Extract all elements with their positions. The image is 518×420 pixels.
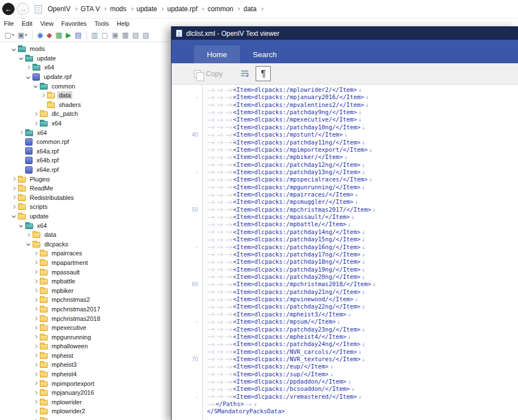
- code-line[interactable]: <Item>dlcpacks:/mpassault/</Item>↓: [207, 213, 518, 221]
- tree-item-mpexecutive[interactable]: mpexecutive: [0, 323, 170, 333]
- code-line[interactable]: </SMandatoryPacksData>: [207, 408, 518, 415]
- code-line[interactable]: <Item>dlcpacks:/mpstunt/</Item>↓: [207, 131, 518, 138]
- tree-item-x64b-rpf[interactable]: x64b.rpf: [0, 156, 170, 165]
- tree-item-common[interactable]: common: [0, 81, 170, 91]
- code-line[interactable]: <Item>dlcpacks:/mpexecutive/</Item>↓: [207, 116, 518, 123]
- table-green-icon[interactable]: ▦: [54, 30, 64, 41]
- world-icon[interactable]: ◉: [35, 30, 45, 41]
- code-line[interactable]: <Item>dlcpacks:/patchday9ng/</Item>↓: [207, 109, 518, 116]
- tree-item-mpbiker[interactable]: mpbiker: [0, 286, 170, 295]
- code-line[interactable]: <Item>dlcpacks:/mpbiker/</Item>↓: [207, 153, 518, 161]
- tree-item-x64[interactable]: x64: [0, 63, 170, 72]
- code-line[interactable]: <Item>dlcpacks:/patchday13ng/</Item>↓: [207, 169, 518, 176]
- collapsed-chevron-icon[interactable]: [17, 131, 24, 134]
- grid-icon[interactable]: ▦: [120, 30, 130, 41]
- tree-item-update[interactable]: update: [0, 54, 170, 63]
- code-line[interactable]: <Item>dlcpacks:/ppdaddon/</Item>↓: [207, 378, 518, 385]
- code-line[interactable]: <Item>dlcpacks:/sup/</Item>↓: [207, 371, 518, 378]
- collapsed-chevron-icon[interactable]: [39, 94, 46, 97]
- code-line[interactable]: <Item>dlcpacks:/mpheist3/</Item>↓: [207, 311, 518, 318]
- code-line[interactable]: <Item>dlcpacks:/mpvinewood/</Item>↓: [207, 296, 518, 303]
- archive-blue-icon[interactable]: ▤: [73, 30, 83, 41]
- code-line[interactable]: </Paths>↓: [207, 400, 518, 408]
- code-area[interactable]: <Item>dlcpacks:/mplowrider2/</Item>↓<Ite…: [203, 85, 518, 420]
- code-line[interactable]: <Item>dlcpacks:/mpairraces/</Item>↓: [207, 191, 518, 198]
- code-line[interactable]: <Item>dlcpacks:/patchday10ng/</Item>↓: [207, 124, 518, 131]
- tree-item-mpbattle[interactable]: mpbattle: [0, 277, 170, 286]
- tree-item-scripts[interactable]: scripts: [0, 202, 170, 212]
- back-button[interactable]: ←: [2, 3, 15, 15]
- tree-item-data[interactable]: data: [0, 230, 170, 240]
- tree-item-data[interactable]: data: [0, 91, 170, 100]
- tree-item-mpchristmas2018[interactable]: mpchristmas2018: [0, 314, 170, 323]
- code-line[interactable]: <Item>dlcpacks:/mplowrider2/</Item>↓: [207, 86, 518, 94]
- code-line[interactable]: <Item>dlcpacks:/patchday21ng/</Item>↓: [207, 288, 518, 296]
- code-line[interactable]: <Item>dlcpacks:/mpspecialraces/</Item>↓: [207, 176, 518, 183]
- menu-favorites[interactable]: Favorites: [57, 20, 90, 27]
- tree-item-mpgunrunning[interactable]: mpgunrunning: [0, 332, 170, 342]
- tree-item-mpjanuary2016[interactable]: mpjanuary2016: [0, 388, 170, 398]
- collapsed-chevron-icon[interactable]: [32, 410, 39, 413]
- code-line[interactable]: <Item>dlcpacks:/patchday17ng/</Item>↓: [207, 251, 518, 258]
- search-document-icon[interactable]: ▥: [90, 30, 100, 41]
- menu-file[interactable]: File: [0, 20, 18, 27]
- expanded-chevron-icon[interactable]: [17, 224, 24, 227]
- code-line[interactable]: <Item>dlcpacks:/patchday23ng/</Item>↓: [207, 326, 518, 333]
- tree-item-readme[interactable]: ReadMe: [0, 184, 170, 193]
- collapsed-chevron-icon[interactable]: [32, 270, 39, 273]
- code-line[interactable]: <Item>dlcpacks:/mpjanuary2016/</Item>↓: [207, 94, 518, 101]
- tree-item-mpimportexport[interactable]: mpimportexport: [0, 379, 170, 388]
- tab-search[interactable]: Search: [240, 45, 290, 63]
- tree-item-x64e-rpf[interactable]: x64e.rpf: [0, 165, 170, 175]
- tree-item-mpheist3[interactable]: mpheist3: [0, 360, 170, 370]
- code-line[interactable]: <Item>dlcpacks:/mpsum/</Item>↓: [207, 318, 518, 325]
- collapsed-chevron-icon[interactable]: [10, 187, 17, 190]
- tree-item-x64[interactable]: x64: [0, 221, 170, 230]
- show-formatting-button[interactable]: ¶: [256, 66, 271, 81]
- collapsed-chevron-icon[interactable]: [32, 122, 39, 125]
- copy-button[interactable]: Copy: [194, 69, 223, 78]
- collapsed-chevron-icon[interactable]: [32, 345, 39, 348]
- breadcrumb-chevron-icon[interactable]: [72, 8, 79, 10]
- expanded-chevron-icon[interactable]: [10, 214, 17, 217]
- package-installer-icon[interactable]: ◆: [45, 30, 54, 41]
- code-line[interactable]: <Item>dlcpacks:/patchday18ng/</Item>↓: [207, 258, 518, 265]
- tree-item-x64[interactable]: x64: [0, 128, 170, 137]
- text-document-icon[interactable]: ▣: [110, 30, 120, 41]
- menu-view[interactable]: View: [36, 20, 58, 27]
- code-line[interactable]: <Item>dlcpacks:/mpgunrunning/</Item>↓: [207, 184, 518, 191]
- code-line[interactable]: <Item>dlcpacks:/patchday20ng/</Item>↓: [207, 273, 518, 281]
- collapsed-chevron-icon[interactable]: [32, 252, 39, 255]
- breadcrumb-item[interactable]: GTA V: [79, 4, 101, 14]
- collapsed-chevron-icon[interactable]: [25, 234, 31, 236]
- collapsed-chevron-icon[interactable]: [10, 178, 17, 180]
- menu-help[interactable]: Help: [113, 20, 133, 27]
- code-line[interactable]: <Item>dlcpacks:/mpvalentines2/</Item>↓: [207, 101, 518, 109]
- document-icon[interactable]: ▢: [100, 30, 110, 41]
- code-line[interactable]: <Item>dlcpacks:/mpimportexport/</Item>↓: [207, 146, 518, 153]
- collapsed-chevron-icon[interactable]: [32, 326, 39, 329]
- breadcrumb-item[interactable]: update: [135, 4, 159, 14]
- tree-item-dlc-patch[interactable]: dlc_patch: [0, 109, 170, 119]
- code-line[interactable]: <Item>dlcpacks:/mpbattle/</Item>↓: [207, 221, 518, 228]
- code-line[interactable]: <Item>dlcpacks:/NVR_textures/</Item>↓: [207, 356, 518, 363]
- tree-item-plugins[interactable]: Plugins: [0, 174, 170, 184]
- breadcrumb-chevron-icon[interactable]: [128, 8, 135, 10]
- code-line[interactable]: <Item>dlcpacks:/mpchristmas2018/</Item>↓: [207, 281, 518, 288]
- tree-item-partial[interactable]: [0, 416, 170, 420]
- expanded-chevron-icon[interactable]: [10, 48, 17, 50]
- tree-item-mplowrider[interactable]: mplowrider: [0, 398, 170, 407]
- window-icon[interactable]: ▨: [141, 30, 151, 41]
- new-document-icon[interactable]: ▢▾: [3, 30, 16, 41]
- expanded-chevron-icon[interactable]: [25, 76, 31, 78]
- run-icon[interactable]: ▶: [64, 30, 73, 41]
- breadcrumb-chevron-icon[interactable]: [235, 8, 242, 10]
- collapsed-chevron-icon[interactable]: [32, 317, 39, 320]
- code-line[interactable]: <Item>dlcpacks:/patchday19ng/</Item>↓: [207, 266, 518, 273]
- tree-item-mplowrider2[interactable]: mplowrider2: [0, 407, 170, 416]
- breadcrumb-chevron-icon[interactable]: [258, 8, 265, 10]
- expanded-chevron-icon[interactable]: [32, 85, 39, 87]
- tree-item-dlcpacks[interactable]: dlcpacks: [0, 239, 170, 249]
- breadcrumb-chevron-icon[interactable]: [199, 8, 206, 10]
- tree-item-update[interactable]: update: [0, 212, 170, 221]
